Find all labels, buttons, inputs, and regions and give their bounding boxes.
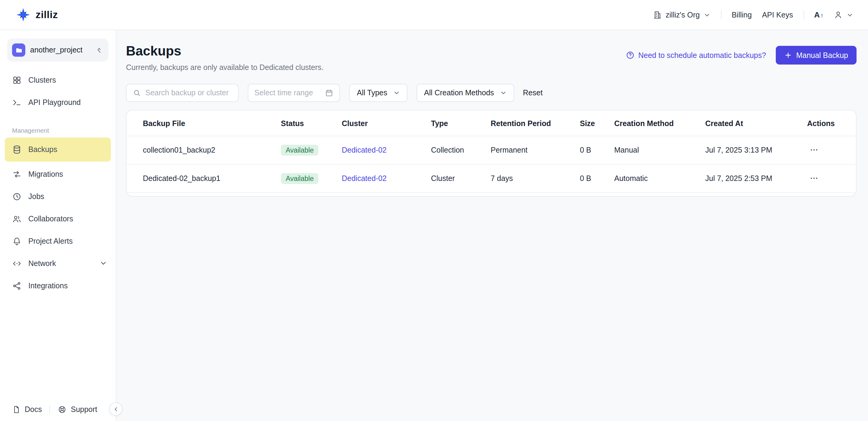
table-row: collection01_backup2 Available Dedicated… bbox=[127, 136, 857, 164]
sidebar-item-label: Collaborators bbox=[28, 214, 107, 223]
cluster-link[interactable]: Dedicated-02 bbox=[342, 174, 387, 183]
sidebar-item-label: Project Alerts bbox=[28, 237, 107, 245]
support-icon bbox=[58, 405, 67, 414]
sidebar-item-collaborators[interactable]: Collaborators bbox=[0, 208, 116, 230]
type-filter-select[interactable]: All Types bbox=[349, 84, 407, 102]
column-header-cluster: Cluster bbox=[337, 110, 426, 136]
table-header-row: Backup File Status Cluster Type Retentio… bbox=[127, 110, 857, 136]
chevron-down-icon bbox=[99, 259, 107, 267]
schedule-backups-label: Need to schedule automatic backups? bbox=[638, 51, 766, 59]
sidebar-item-jobs[interactable]: Jobs bbox=[0, 185, 116, 208]
docs-label: Docs bbox=[25, 405, 42, 414]
network-icon bbox=[12, 259, 22, 268]
type-filter-value: All Types bbox=[357, 89, 387, 97]
terminal-icon bbox=[12, 97, 22, 107]
zilliz-logo[interactable]: zilliz bbox=[16, 7, 58, 22]
sidebar-item-label: Network bbox=[28, 259, 93, 268]
backup-file-cell: Dedicated-02_backup1 bbox=[127, 164, 276, 193]
app-root: zilliz zilliz's Org Billing API Keys A↑ bbox=[0, 0, 868, 421]
backups-table-card: Backup File Status Cluster Type Retentio… bbox=[126, 110, 857, 197]
org-selector[interactable]: zilliz's Org bbox=[653, 10, 711, 19]
page-header: Backups Currently, backups are only avai… bbox=[126, 43, 857, 72]
page-header-left: Backups Currently, backups are only avai… bbox=[126, 43, 323, 72]
api-keys-link[interactable]: API Keys bbox=[762, 10, 793, 19]
chevron-down-icon bbox=[393, 89, 400, 96]
schedule-backups-link[interactable]: Need to schedule automatic backups? bbox=[626, 51, 766, 60]
building-icon bbox=[653, 10, 662, 19]
filters-bar: All Types All Creation Methods Reset bbox=[126, 84, 857, 102]
column-header-type: Type bbox=[426, 110, 486, 136]
project-switch-icon bbox=[95, 46, 103, 54]
sidebar-item-label: Clusters bbox=[28, 76, 107, 84]
backup-file-cell: collection01_backup2 bbox=[127, 136, 276, 164]
clusters-icon bbox=[12, 75, 22, 85]
reset-filters-button[interactable]: Reset bbox=[523, 89, 542, 97]
creation-method-filter-value: All Creation Methods bbox=[424, 89, 494, 97]
integrations-icon bbox=[12, 281, 22, 291]
retention-cell: 7 days bbox=[486, 164, 575, 193]
topbar-divider bbox=[803, 10, 804, 19]
support-label: Support bbox=[71, 405, 97, 414]
plus-icon bbox=[784, 51, 792, 59]
chevron-down-icon bbox=[499, 89, 507, 96]
support-link[interactable]: Support bbox=[58, 405, 97, 414]
column-header-backup-file: Backup File bbox=[127, 110, 276, 136]
type-cell: Cluster bbox=[426, 164, 486, 193]
sidebar-item-project-alerts[interactable]: Project Alerts bbox=[0, 230, 116, 252]
size-cell: 0 B bbox=[575, 136, 610, 164]
creation-method-cell: Automatic bbox=[610, 164, 701, 193]
sidebar-item-migrations[interactable]: Migrations bbox=[0, 163, 116, 185]
column-header-size: Size bbox=[575, 110, 610, 136]
table-row: Dedicated-02_backup1 Available Dedicated… bbox=[127, 164, 857, 193]
sidebar-item-api-playground[interactable]: API Playground bbox=[0, 91, 116, 113]
search-input[interactable] bbox=[145, 89, 232, 97]
column-header-created-at: Created At bbox=[701, 110, 802, 136]
user-icon bbox=[834, 10, 843, 19]
page-title: Backups bbox=[126, 43, 323, 59]
sidebar-item-backups[interactable]: Backups bbox=[5, 138, 111, 162]
backups-icon bbox=[12, 145, 22, 154]
ellipsis-icon bbox=[809, 174, 818, 183]
docs-link[interactable]: Docs bbox=[12, 405, 42, 414]
sidebar-nav: Clusters API Playground Management bbox=[0, 69, 116, 297]
creation-method-filter-select[interactable]: All Creation Methods bbox=[416, 84, 514, 102]
sidebar-section-management: Management bbox=[12, 127, 116, 134]
manual-backup-button[interactable]: Manual Backup bbox=[776, 46, 857, 64]
created-at-cell: Jul 7, 2025 3:13 PM bbox=[701, 136, 802, 164]
zilliz-logo-icon bbox=[16, 7, 31, 22]
sidebar-footer: Docs Support bbox=[12, 405, 97, 414]
sidebar-item-clusters[interactable]: Clusters bbox=[0, 69, 116, 91]
creation-method-cell: Manual bbox=[610, 136, 701, 164]
page-subtitle: Currently, backups are only available to… bbox=[126, 63, 323, 72]
row-actions-button[interactable] bbox=[807, 144, 821, 156]
project-folder-icon bbox=[12, 43, 25, 57]
font-size-button[interactable]: A↑ bbox=[814, 10, 824, 19]
page-header-right: Need to schedule automatic backups? Manu… bbox=[626, 46, 857, 64]
org-name: zilliz's Org bbox=[666, 10, 700, 19]
status-badge: Available bbox=[281, 145, 318, 156]
column-header-actions: Actions bbox=[802, 110, 857, 136]
column-header-status: Status bbox=[276, 110, 337, 136]
ellipsis-icon bbox=[809, 145, 818, 154]
project-selector[interactable]: another_project bbox=[7, 39, 108, 62]
chevron-down-icon bbox=[846, 11, 854, 19]
sidebar-collapse-button[interactable] bbox=[109, 402, 122, 416]
created-at-cell: Jul 7, 2025 2:53 PM bbox=[701, 164, 802, 193]
main-content: Backups Currently, backups are only avai… bbox=[116, 30, 868, 421]
time-range-input[interactable] bbox=[254, 89, 321, 97]
alert-bell-icon bbox=[12, 236, 22, 246]
billing-link[interactable]: Billing bbox=[732, 10, 752, 19]
search-icon bbox=[133, 89, 141, 97]
topbar-divider bbox=[721, 10, 721, 19]
user-menu[interactable] bbox=[834, 10, 854, 19]
row-actions-button[interactable] bbox=[807, 173, 821, 184]
collaborators-icon bbox=[12, 214, 22, 223]
column-header-creation-method: Creation Method bbox=[610, 110, 701, 136]
size-cell: 0 B bbox=[575, 164, 610, 193]
sidebar-item-network[interactable]: Network bbox=[0, 252, 116, 274]
cluster-link[interactable]: Dedicated-02 bbox=[342, 146, 387, 154]
sidebar-item-integrations[interactable]: Integrations bbox=[0, 274, 116, 297]
sidebar-item-label: API Playground bbox=[28, 98, 107, 107]
calendar-icon bbox=[325, 89, 333, 97]
footer-divider bbox=[50, 405, 50, 414]
